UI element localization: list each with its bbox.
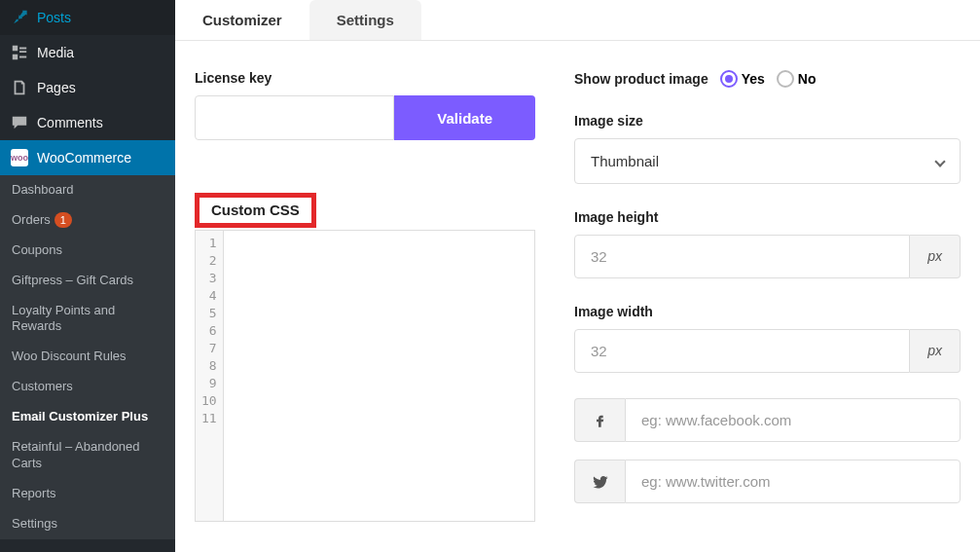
submenu-retainful[interactable]: Retainful – Abandoned Carts: [0, 432, 175, 479]
license-group: License key Validate: [195, 70, 535, 140]
facebook-input[interactable]: [625, 398, 961, 442]
sidebar-label: Media: [37, 45, 74, 60]
sidebar-item-posts[interactable]: Posts: [0, 0, 175, 35]
twitter-icon: [574, 460, 625, 503]
submenu-discount[interactable]: Woo Discount Rules: [0, 342, 175, 372]
pin-icon: [10, 8, 29, 27]
sidebar-item-pages[interactable]: Pages: [0, 70, 175, 105]
right-column: Show product image Yes No Image size Thu…: [574, 70, 961, 546]
page-icon: [10, 78, 29, 97]
show-image-label: Show product image: [574, 71, 708, 87]
px-suffix: px: [910, 235, 961, 278]
submenu-settings[interactable]: Settings: [0, 509, 175, 539]
radio-icon: [777, 70, 794, 88]
image-size-group: Image size Thumbnail: [574, 113, 961, 184]
show-image-group: Show product image Yes No: [574, 70, 961, 88]
radio-icon: [720, 70, 738, 88]
main-content: Customizer Settings License key Validate…: [175, 0, 980, 552]
image-height-input[interactable]: [574, 235, 910, 278]
facebook-icon: [574, 398, 625, 442]
admin-sidebar: Posts Media Pages Comments woo WooCommer…: [0, 0, 175, 552]
tab-customizer[interactable]: Customizer: [175, 0, 309, 40]
image-width-label: Image width: [574, 304, 961, 319]
comment-icon: [10, 113, 29, 132]
tab-bar: Customizer Settings: [175, 0, 980, 41]
sidebar-label: WooCommerce: [37, 150, 131, 166]
license-input[interactable]: [195, 95, 394, 140]
tab-settings[interactable]: Settings: [309, 0, 421, 40]
submenu-dashboard[interactable]: Dashboard: [0, 175, 175, 205]
submenu-email-customizer[interactable]: Email Customizer Plus: [0, 402, 175, 432]
validate-button[interactable]: Validate: [394, 95, 535, 140]
sidebar-submenu: Dashboard Orders1 Coupons Giftpress – Gi…: [0, 175, 175, 539]
submenu-orders[interactable]: Orders1: [0, 205, 175, 236]
media-icon: [10, 43, 29, 62]
show-image-no[interactable]: No: [777, 70, 817, 88]
sidebar-item-comments[interactable]: Comments: [0, 105, 175, 140]
submenu-customers[interactable]: Customers: [0, 372, 175, 402]
show-image-yes[interactable]: Yes: [720, 70, 765, 88]
image-height-group: Image height px: [574, 209, 961, 278]
code-textarea[interactable]: [224, 231, 534, 521]
sidebar-item-media[interactable]: Media: [0, 35, 175, 70]
chevron-down-icon: [934, 156, 945, 166]
twitter-row: [574, 460, 961, 503]
submenu-reports[interactable]: Reports: [0, 479, 175, 509]
sidebar-item-woocommerce[interactable]: woo WooCommerce: [0, 140, 175, 175]
submenu-giftpress[interactable]: Giftpress – Gift Cards: [0, 266, 175, 296]
image-width-input[interactable]: [574, 329, 910, 373]
woo-icon: woo: [10, 148, 29, 167]
sidebar-label: Pages: [37, 80, 76, 95]
image-size-label: Image size: [574, 113, 961, 129]
submenu-coupons[interactable]: Coupons: [0, 236, 175, 266]
custom-css-editor[interactable]: 1234567891011: [195, 230, 535, 522]
image-width-group: Image width px: [574, 304, 961, 373]
custom-css-label: Custom CSS: [211, 202, 300, 218]
orders-badge: 1: [54, 212, 72, 228]
px-suffix: px: [910, 329, 961, 373]
left-column: License key Validate Custom CSS 12345678…: [195, 70, 535, 546]
line-numbers: 1234567891011: [196, 231, 224, 521]
submenu-loyalty[interactable]: Loyalty Points and Rewards: [0, 296, 175, 343]
license-label: License key: [195, 70, 535, 86]
sidebar-label: Posts: [37, 10, 71, 25]
sidebar-label: Comments: [37, 115, 103, 130]
facebook-row: [574, 398, 961, 442]
image-height-label: Image height: [574, 209, 961, 225]
twitter-input[interactable]: [625, 460, 961, 503]
content-area: License key Validate Custom CSS 12345678…: [175, 41, 980, 546]
image-size-select[interactable]: Thumbnail: [574, 138, 961, 184]
custom-css-highlight: Custom CSS: [195, 193, 316, 228]
